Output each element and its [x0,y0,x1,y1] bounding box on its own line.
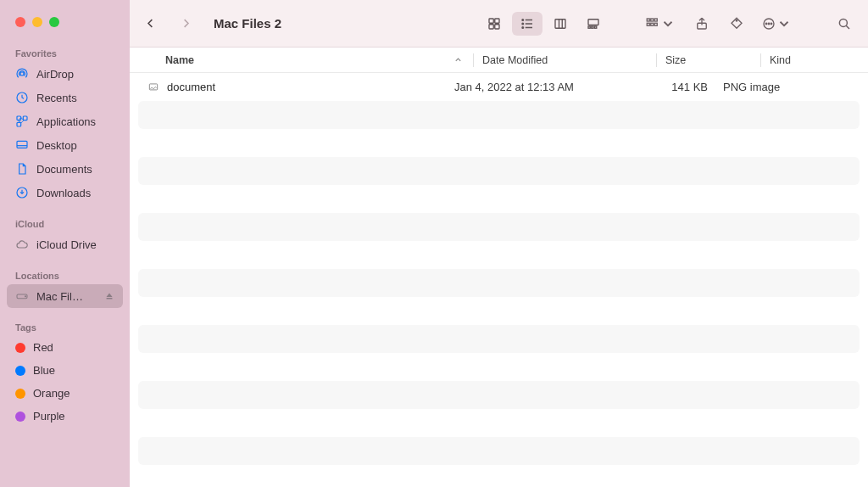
column-header-label: Size [665,54,686,66]
file-list: document Jan 4, 2022 at 12:13 AM 141 KB … [130,73,868,487]
window-maximize-button[interactable] [49,17,59,27]
view-columns-button[interactable] [545,12,576,36]
empty-row [130,297,868,325]
sidebar-section-title-icloud: iCloud [0,213,130,232]
file-size: 141 KB [628,81,723,93]
eject-icon[interactable] [104,291,114,301]
sidebar-item-label: Purple [33,410,65,423]
svg-rect-19 [588,26,590,28]
column-separator [656,53,657,67]
column-header-size[interactable]: Size [665,54,760,66]
sidebar-item-applications[interactable]: Applications [0,109,130,133]
svg-rect-10 [489,19,493,23]
svg-rect-17 [555,19,565,28]
sidebar-item-desktop[interactable]: Desktop [0,133,130,157]
file-name: document [167,81,215,93]
sidebar-item-downloads[interactable]: Downloads [0,181,130,204]
sidebar-item-documents[interactable]: Documents [0,157,130,181]
file-type-icon [147,81,160,94]
empty-row [130,129,868,157]
sidebar-item-icloud-drive[interactable]: iCloud Drive [0,232,130,256]
sidebar-item-recents[interactable]: Recents [0,86,130,109]
empty-row [138,101,860,129]
sidebar-item-label: Mac Fil… [36,290,83,303]
empty-row [138,157,860,185]
empty-row [130,353,868,381]
sidebar-item-label: Desktop [36,139,77,152]
tag-dot-icon [15,389,25,399]
nav-buttons [142,16,193,31]
action-menu-button[interactable] [760,12,793,36]
tag-dot-icon [15,411,25,422]
svg-rect-3 [23,116,27,120]
document-icon [15,162,29,176]
sidebar-item-label: iCloud Drive [36,238,97,251]
sidebar-tag-blue[interactable]: Blue [0,359,130,382]
svg-point-31 [765,23,767,25]
column-header-kind[interactable]: Kind [770,54,868,66]
svg-point-34 [839,19,847,26]
sidebar-item-label: Applications [36,115,96,128]
sidebar-tag-purple[interactable]: Purple [0,405,130,428]
view-list-button[interactable] [512,12,542,36]
svg-rect-24 [654,19,657,21]
file-kind: PNG image [723,81,868,93]
column-header-label: Date Modified [482,54,548,66]
sidebar-item-label: Downloads [36,187,91,199]
sidebar-item-airdrop[interactable]: AirDrop [0,62,130,86]
svg-rect-9 [107,298,113,299]
svg-rect-12 [489,24,493,28]
tag-dot-icon [15,366,25,376]
forward-button[interactable] [178,16,193,31]
sidebar-item-mac-files[interactable]: Mac Fil… [7,284,123,308]
svg-rect-13 [495,24,499,28]
svg-point-33 [771,23,772,25]
svg-point-29 [736,20,737,21]
window-title: Mac Files 2 [214,16,281,31]
view-gallery-button[interactable] [578,12,609,36]
empty-row [138,437,860,465]
window-minimize-button[interactable] [32,17,42,27]
columns-header: Name Date Modified Size Kind [130,48,868,73]
svg-rect-22 [647,19,649,21]
back-button[interactable] [142,16,158,31]
cloud-icon [15,238,29,251]
search-button[interactable] [832,12,856,36]
share-button[interactable] [690,12,714,36]
view-icons-button[interactable] [479,12,509,36]
file-date: Jan 4, 2022 at 12:13 AM [454,81,628,93]
sidebar: Favorites AirDrop Recents Applications D… [0,0,130,487]
empty-row [138,213,860,241]
svg-point-8 [25,296,25,297]
sidebar-item-label: Blue [33,364,55,377]
svg-rect-27 [654,23,657,25]
sort-chevron-icon [453,55,463,64]
tag-dot-icon [15,343,25,353]
svg-point-15 [522,23,524,25]
group-by-button[interactable] [642,12,679,36]
column-header-name[interactable]: Name [165,54,473,66]
svg-rect-4 [17,122,21,126]
column-header-date[interactable]: Date Modified [482,54,656,66]
sidebar-tag-orange[interactable]: Orange [0,382,130,405]
sidebar-item-label: Documents [36,163,92,176]
column-header-label: Kind [770,54,791,66]
column-separator [760,53,761,67]
sidebar-tag-red[interactable]: Red [0,336,130,359]
empty-row [138,325,860,353]
svg-rect-25 [647,23,649,25]
svg-rect-11 [495,19,499,23]
column-header-label: Name [165,54,194,66]
empty-row [130,185,868,213]
window-controls [0,17,130,42]
svg-rect-18 [588,19,598,25]
empty-row [130,409,868,437]
svg-rect-23 [651,19,654,21]
sidebar-section-title-tags: Tags [0,316,130,336]
svg-point-14 [522,19,524,20]
file-row[interactable]: document Jan 4, 2022 at 12:13 AM 141 KB … [130,73,868,101]
svg-rect-5 [17,141,27,148]
window-close-button[interactable] [15,17,25,27]
main-content: Mac Files 2 Name Date Modified Size Kind [130,0,868,487]
tags-button[interactable] [725,12,748,36]
